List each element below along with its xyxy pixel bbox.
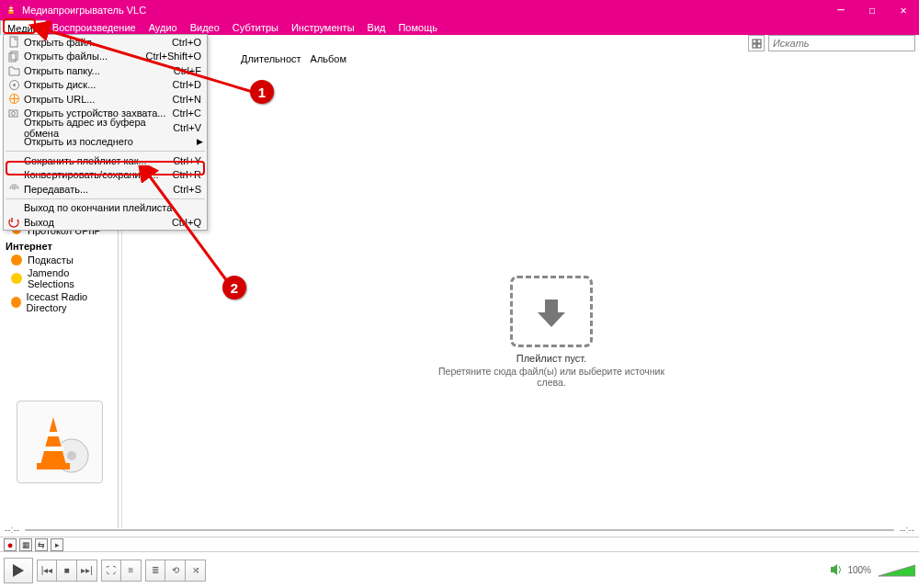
menu-audio[interactable]: Аудио <box>142 20 184 35</box>
time-total: --:-- <box>900 525 914 535</box>
menu-item[interactable]: Открыть URL...Ctrl+N <box>4 92 207 107</box>
fullscreen-button[interactable]: ⛶ <box>101 560 121 582</box>
menu-item-label: Открыть файлы... <box>24 51 145 62</box>
menu-tools[interactable]: Инструменты <box>285 20 361 35</box>
menu-media[interactable]: Медиа <box>0 20 46 35</box>
minimize-button[interactable]: ─ <box>825 0 857 20</box>
seek-bar[interactable]: --:-- --:-- <box>5 525 914 535</box>
svg-point-7 <box>13 84 16 86</box>
menu-item-label: Открыть диск... <box>24 79 173 90</box>
menu-item[interactable]: Открыть папку...Ctrl+F <box>4 63 207 78</box>
menu-help[interactable]: Помощь <box>391 20 444 35</box>
menu-item[interactable]: Открыть адрес из буфера обменаCtrl+V <box>4 120 207 135</box>
menu-item-label: Передавать... <box>24 184 173 195</box>
svg-rect-1 <box>9 7 13 8</box>
time-elapsed: --:-- <box>5 525 19 535</box>
menu-item[interactable]: ВыходCtrl+Q <box>4 215 207 230</box>
source-dot-icon <box>11 254 22 266</box>
menu-view[interactable]: Вид <box>361 20 392 35</box>
frame-step-button[interactable]: ▸ <box>51 538 63 551</box>
loop-button[interactable]: ⟲ <box>165 560 186 582</box>
sidebar-item[interactable]: Подкасты <box>4 254 119 266</box>
next-button[interactable]: ▸▸| <box>77 560 97 582</box>
prev-button[interactable]: |◂◂ <box>37 560 57 582</box>
svg-point-10 <box>11 111 15 115</box>
menu-item-shortcut: Ctrl+Shift+O <box>145 51 201 62</box>
sidebar-item-label: Подкасты <box>28 254 74 266</box>
source-dot-icon <box>11 273 22 284</box>
snapshot-button[interactable]: ▦ <box>19 538 32 551</box>
svg-rect-4 <box>9 53 16 62</box>
svg-rect-13 <box>757 40 761 43</box>
menu-playback[interactable]: Воспроизведение <box>46 20 142 35</box>
menu-subtitles[interactable]: Субтитры <box>226 20 285 35</box>
search-input[interactable] <box>768 35 915 51</box>
blank-icon <box>7 121 20 133</box>
menu-video[interactable]: Видео <box>184 20 226 35</box>
playback-controls: |◂◂ ■ ▸▸| ⛶ ≡ ≣ ⟲ ⤨ 100% <box>0 551 919 588</box>
svg-rect-21 <box>43 447 63 451</box>
menu-item[interactable]: Открыть файлы...Ctrl+Shift+O <box>4 50 207 64</box>
empty-title: Плейлист пуст. <box>423 353 680 364</box>
playlist-toolbar <box>748 35 915 51</box>
volume-slider[interactable] <box>879 564 915 577</box>
speaker-icon[interactable] <box>831 564 844 577</box>
stop-button[interactable]: ■ <box>57 560 77 582</box>
media-dropdown: Открыть файл...Ctrl+OОткрыть файлы...Ctr… <box>3 34 208 231</box>
drop-target-icon[interactable] <box>510 276 593 347</box>
shuffle-button[interactable]: ⤨ <box>186 560 206 582</box>
menu-item[interactable]: Передавать...Ctrl+S <box>4 182 207 197</box>
window-controls: ─ ☐ ✕ <box>825 0 919 20</box>
folder-icon <box>7 64 20 76</box>
play-button[interactable] <box>4 558 33 583</box>
menu-item-shortcut: Ctrl+F <box>174 65 201 76</box>
menu-item-label: Открыть из последнего <box>24 136 201 147</box>
sidebar: Протокол UPnP Интернет ПодкастыJamendo S… <box>4 223 119 314</box>
menu-item-label: Открыть папку... <box>24 65 174 76</box>
menu-item-label: Открыть URL... <box>24 94 173 105</box>
maximize-button[interactable]: ☐ <box>857 0 888 20</box>
menu-item-shortcut: Ctrl+D <box>173 79 201 90</box>
blank-icon <box>7 202 20 214</box>
menubar: Медиа Воспроизведение Аудио Видео Субтит… <box>0 20 919 35</box>
menu-item[interactable]: Сохранить плейлист как...Ctrl+Y <box>4 153 207 168</box>
col-album[interactable]: Альбом <box>309 51 354 67</box>
menu-item-shortcut: Ctrl+S <box>173 184 201 195</box>
menu-item[interactable]: Открыть из последнего▶ <box>4 135 207 150</box>
loop-ab-button[interactable]: ⇆ <box>35 538 48 551</box>
files-icon <box>7 51 20 62</box>
svg-marker-24 <box>831 564 837 575</box>
sidebar-item[interactable]: Jamendo Selections <box>4 266 119 290</box>
menu-item-shortcut: Ctrl+Y <box>173 155 201 166</box>
menu-item[interactable]: Открыть файл...Ctrl+O <box>4 35 207 50</box>
mini-toolbar: ● ▦ ⇆ ▸ <box>0 537 919 551</box>
blank-icon <box>7 136 20 148</box>
menu-separator <box>6 151 205 152</box>
menu-item[interactable]: Выход по окончании плейлиста <box>4 201 207 216</box>
quit-icon <box>7 216 20 228</box>
vlc-cone-icon <box>6 4 17 17</box>
svg-point-11 <box>13 188 15 190</box>
record-button[interactable]: ● <box>4 538 17 551</box>
menu-item[interactable]: Конвертировать/сохранить...Ctrl+R <box>4 168 207 183</box>
ext-settings-button[interactable]: ≡ <box>121 560 142 582</box>
menu-item-shortcut: Ctrl+N <box>173 94 201 105</box>
svg-point-18 <box>67 451 76 460</box>
volume-label: 100% <box>847 565 871 575</box>
menu-item-shortcut: Ctrl+V <box>173 122 201 133</box>
menu-item-shortcut: Ctrl+R <box>173 169 201 180</box>
view-toggle-button[interactable] <box>748 35 765 51</box>
close-button[interactable]: ✕ <box>888 0 919 20</box>
window-title: Медиапроигрыватель VLC <box>22 5 146 16</box>
col-duration[interactable]: Длительност <box>239 51 309 67</box>
menu-item[interactable]: Открыть диск...Ctrl+D <box>4 78 207 93</box>
sidebar-item[interactable]: Icecast Radio Directory <box>4 290 119 314</box>
svg-rect-15 <box>757 44 761 48</box>
svg-rect-5 <box>11 51 17 60</box>
menu-separator <box>6 198 205 199</box>
menu-item-label: Выход по окончании плейлиста <box>24 202 201 213</box>
playlist-button[interactable]: ≣ <box>145 560 165 582</box>
svg-marker-0 <box>8 5 14 14</box>
sidebar-group-internet: Интернет <box>4 238 119 254</box>
svg-rect-20 <box>46 432 61 436</box>
